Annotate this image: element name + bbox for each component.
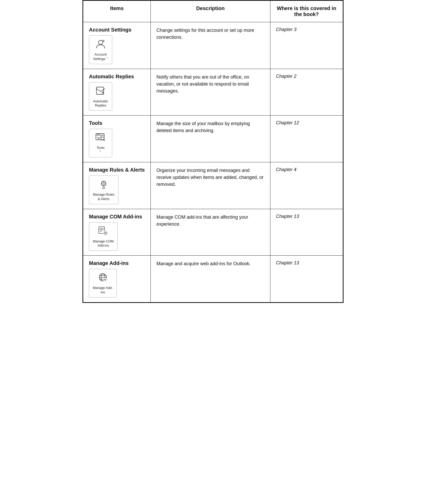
icon-box-manage-addins: Manage Add- ins bbox=[89, 269, 117, 297]
desc-text-tools: Manage the size of your mailbox by empty… bbox=[156, 120, 264, 134]
automatic-replies-icon bbox=[95, 85, 106, 99]
account-settings-icon bbox=[95, 38, 106, 52]
icon-label-automatic-replies: Automatic Replies bbox=[93, 99, 108, 108]
item-title-tools: Tools bbox=[89, 120, 145, 126]
icon-box-account-settings: Account Settings ˅ bbox=[89, 35, 112, 64]
manage-com-icon bbox=[97, 225, 109, 239]
header-book: Where is this covered in the book? bbox=[270, 1, 343, 22]
chapter-text-tools: Chapter 12 bbox=[276, 120, 299, 125]
cell-items-manage-rules: Manage Rules & Alerts Manage Rules & Ale… bbox=[83, 162, 151, 209]
item-title-automatic-replies: Automatic Replies bbox=[89, 74, 145, 80]
cell-chapter-manage-com: Chapter 13 bbox=[270, 209, 343, 256]
icon-label-manage-com: Manage COM Add-ins bbox=[93, 239, 114, 248]
icon-box-manage-com: Manage COM Add-ins bbox=[89, 222, 118, 251]
item-title-account-settings: Account Settings bbox=[89, 27, 145, 33]
desc-text-account-settings: Change settings for this account or set … bbox=[156, 27, 264, 41]
cell-chapter-manage-addins: Chapter 13 bbox=[270, 256, 343, 302]
icon-label-account-settings: Account Settings ˅ bbox=[93, 52, 108, 61]
icon-label-manage-addins: Manage Add- ins bbox=[93, 286, 113, 295]
header-items: Items bbox=[83, 1, 151, 22]
chapter-text-manage-com: Chapter 13 bbox=[276, 214, 299, 219]
svg-point-7 bbox=[103, 183, 104, 184]
manage-addins-icon bbox=[97, 272, 109, 286]
chapter-text-manage-addins: Chapter 13 bbox=[276, 260, 299, 265]
table-row: Automatic Replies Automatic RepliesNotif… bbox=[83, 69, 343, 116]
cell-items-manage-com: Manage COM Add-ins Manage COM Add-ins bbox=[83, 209, 151, 256]
cell-items-tools: Tools Tools ˅ bbox=[83, 116, 151, 162]
table-row: Manage Add-ins Manage Add- insManage and… bbox=[83, 256, 343, 302]
table-row: Manage COM Add-ins Manage COM Add-insMan… bbox=[83, 209, 343, 256]
chapter-text-account-settings: Chapter 3 bbox=[276, 27, 296, 32]
desc-text-manage-addins: Manage and acquire web add-ins for Outlo… bbox=[156, 260, 264, 267]
manage-rules-icon bbox=[98, 178, 109, 193]
cell-chapter-tools: Chapter 12 bbox=[270, 116, 343, 162]
svg-rect-4 bbox=[96, 134, 104, 140]
cell-desc-tools: Manage the size of your mailbox by empty… bbox=[151, 116, 270, 162]
chapter-text-manage-rules: Chapter 4 bbox=[276, 167, 296, 172]
item-title-manage-com: Manage COM Add-ins bbox=[89, 214, 145, 220]
icon-box-tools: Tools ˅ bbox=[89, 129, 112, 157]
table-row: Account Settings Account Settings ˅Chang… bbox=[83, 22, 343, 69]
cell-desc-manage-addins: Manage and acquire web add-ins for Outlo… bbox=[151, 256, 270, 302]
cell-desc-automatic-replies: Notify others that you are out of the of… bbox=[151, 69, 270, 116]
icon-label-manage-rules: Manage Rules & Alerts bbox=[93, 193, 115, 201]
desc-text-manage-com: Manage COM add-ins that are affecting yo… bbox=[156, 214, 264, 228]
cell-items-manage-addins: Manage Add-ins Manage Add- ins bbox=[83, 256, 151, 302]
reference-table: Items Description Where is this covered … bbox=[83, 1, 343, 302]
header-description: Description bbox=[151, 1, 270, 22]
icon-box-automatic-replies: Automatic Replies bbox=[89, 82, 112, 111]
table-row: Manage Rules & Alerts Manage Rules & Ale… bbox=[83, 162, 343, 209]
cell-chapter-manage-rules: Chapter 4 bbox=[270, 162, 343, 209]
cell-desc-manage-rules: Organize your incoming email messages an… bbox=[151, 162, 270, 209]
desc-text-manage-rules: Organize your incoming email messages an… bbox=[156, 167, 264, 188]
cell-desc-manage-com: Manage COM add-ins that are affecting yo… bbox=[151, 209, 270, 256]
table-row: Tools Tools ˅Manage the size of your mai… bbox=[83, 116, 343, 162]
main-table-wrapper: Items Description Where is this covered … bbox=[82, 0, 344, 303]
icon-box-manage-rules: Manage Rules & Alerts bbox=[89, 175, 118, 204]
tools-icon bbox=[95, 132, 106, 146]
cell-items-account-settings: Account Settings Account Settings ˅ bbox=[83, 22, 151, 69]
desc-text-automatic-replies: Notify others that you are out of the of… bbox=[156, 74, 264, 95]
svg-rect-3 bbox=[96, 87, 104, 94]
item-title-manage-addins: Manage Add-ins bbox=[89, 260, 145, 266]
cell-chapter-account-settings: Chapter 3 bbox=[270, 22, 343, 69]
chapter-text-automatic-replies: Chapter 2 bbox=[276, 74, 296, 79]
cell-chapter-automatic-replies: Chapter 2 bbox=[270, 69, 343, 116]
cell-desc-account-settings: Change settings for this account or set … bbox=[151, 22, 270, 69]
icon-label-tools: Tools ˅ bbox=[97, 146, 104, 155]
cell-items-automatic-replies: Automatic Replies Automatic Replies bbox=[83, 69, 151, 116]
item-title-manage-rules: Manage Rules & Alerts bbox=[89, 167, 145, 173]
